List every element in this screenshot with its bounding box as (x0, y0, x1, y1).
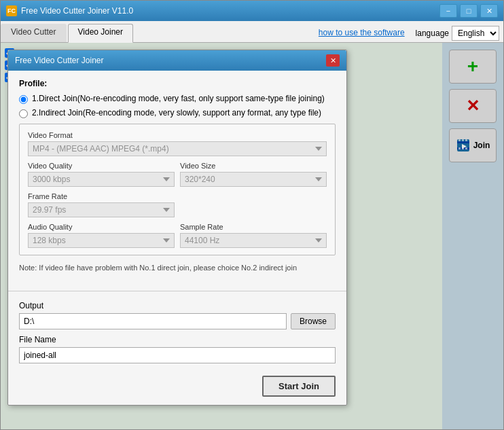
filename-input[interactable] (19, 347, 336, 363)
output-row: Browse (19, 313, 336, 329)
filename-label: File Name (19, 335, 336, 344)
maximize-button[interactable]: □ (460, 4, 478, 18)
note-text: Note: If video file have problem with No… (19, 261, 336, 274)
separator (8, 291, 346, 291)
audio-quality-label: Audio Quality (28, 223, 175, 231)
frame-rate-select[interactable]: 29.97 fps (28, 202, 175, 217)
indirect-join-label: 2.Indirect Join(Re-encoding mode, very s… (32, 108, 321, 118)
sample-rate-label: Sample Rate (180, 223, 327, 231)
tab-video-cutter[interactable]: Video Cutter (1, 24, 67, 42)
dialog-close-button[interactable]: ✕ (326, 54, 340, 67)
app-title: Free Video Cutter Joiner V11.0 (21, 6, 439, 16)
output-section: Output Browse File Name (8, 297, 346, 370)
dialog-title-bar: Free Video Cutter Joiner ✕ (8, 50, 346, 71)
main-window: FC Free Video Cutter Joiner V11.0 − □ ✕ … (0, 0, 504, 430)
indirect-join-radio[interactable] (19, 109, 28, 118)
frame-rate-group: Frame Rate 29.97 fps (28, 192, 175, 217)
dialog-overlay: Free Video Cutter Joiner ✕ Profile: 1.Di… (1, 43, 503, 429)
language-section: language English (412, 24, 503, 42)
output-label: Output (19, 301, 336, 310)
video-quality-label: Video Quality (28, 162, 175, 170)
tab-bar: Video Cutter Video Joiner how to use the… (1, 21, 503, 43)
close-button[interactable]: ✕ (480, 4, 498, 18)
frame-rate-label: Frame Rate (28, 192, 175, 200)
direct-join-option[interactable]: 1.Direct Join(No-re-encoding mode, very … (19, 94, 336, 104)
dialog: Free Video Cutter Joiner ✕ Profile: 1.Di… (7, 50, 347, 406)
title-bar: FC Free Video Cutter Joiner V11.0 − □ ✕ (1, 1, 503, 21)
language-select[interactable]: English (452, 26, 499, 41)
dialog-title: Free Video Cutter Joiner (15, 56, 104, 65)
output-path-input[interactable] (19, 313, 287, 329)
dialog-body: Profile: 1.Direct Join(No-re-encoding mo… (8, 71, 346, 285)
video-size-group: Video Size 320*240 (180, 162, 327, 187)
video-format-select[interactable]: MP4 - (MPEG4 AAC) MPEG4 (*.mp4) (28, 141, 327, 156)
audio-quality-group: Audio Quality 128 kbps (28, 223, 175, 248)
minimize-button[interactable]: − (439, 4, 457, 18)
direct-join-radio[interactable] (19, 95, 28, 104)
audio-quality-select[interactable]: 128 kbps (28, 233, 175, 248)
help-link[interactable]: how to use the software (312, 24, 412, 42)
sample-rate-select[interactable]: 44100 Hz (180, 233, 327, 248)
video-quality-select[interactable]: 3000 kbps (28, 172, 175, 187)
language-label: language (416, 29, 449, 38)
video-format-group: Video Format MP4 - (MPEG4 AAC) MPEG4 (*.… (28, 131, 327, 156)
sample-rate-group: Sample Rate 44100 Hz (180, 223, 327, 248)
browse-button[interactable]: Browse (291, 313, 336, 329)
framerate-row: Frame Rate 29.97 fps (28, 192, 327, 217)
app-icon: FC (6, 5, 17, 16)
video-format-label: Video Format (28, 131, 327, 139)
start-join-row: Start Join (8, 370, 346, 405)
indirect-join-option[interactable]: 2.Indirect Join(Re-encoding mode, very s… (19, 108, 336, 118)
start-join-button[interactable]: Start Join (262, 376, 336, 397)
direct-join-label: 1.Direct Join(No-re-encoding mode, very … (32, 94, 325, 103)
video-size-select[interactable]: 320*240 (180, 172, 327, 187)
video-quality-group: Video Quality 3000 kbps (28, 162, 175, 187)
profile-label: Profile: (19, 79, 336, 88)
tab-video-joiner[interactable]: Video Joiner (68, 24, 134, 43)
window-controls: − □ ✕ (439, 4, 498, 18)
video-size-label: Video Size (180, 162, 327, 170)
audio-row: Audio Quality 128 kbps Sample Rate 44100… (28, 223, 327, 248)
quality-size-row: Video Quality 3000 kbps Video Size 320*2… (28, 162, 327, 187)
encoding-form: Video Format MP4 - (MPEG4 AAC) MPEG4 (*.… (19, 124, 336, 255)
